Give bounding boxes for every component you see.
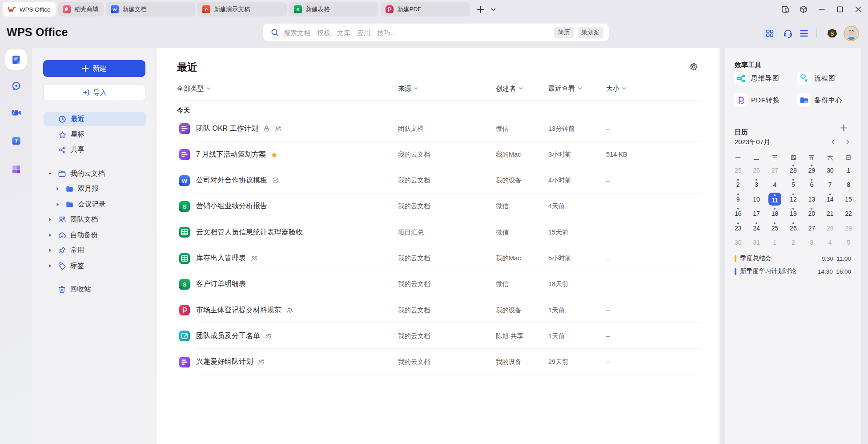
- calendar-day[interactable]: 27: [803, 221, 821, 236]
- caret-right-icon[interactable]: [48, 248, 52, 252]
- calendar-day[interactable]: 16: [729, 206, 747, 221]
- calendar-day[interactable]: 25: [729, 163, 747, 178]
- support-headset-icon[interactable]: [781, 26, 795, 40]
- type-filter-dropdown[interactable]: 全部类型: [177, 83, 211, 94]
- member-badge-icon[interactable]: S: [825, 26, 839, 40]
- file-row[interactable]: 团队成员及分工名单 我的云文档 陈旭 共享 1天前 –: [157, 323, 719, 349]
- calendar-day[interactable]: 1: [839, 163, 857, 178]
- calendar-day[interactable]: 26: [784, 221, 802, 236]
- tab-new-pdf[interactable]: 新建PDF: [381, 2, 470, 16]
- calendar-day[interactable]: 19: [784, 206, 802, 221]
- caret-right-icon[interactable]: [48, 233, 52, 237]
- tab-new-doc[interactable]: W 新建文档: [106, 2, 195, 16]
- calendar-day[interactable]: 13: [803, 192, 821, 207]
- sidebar-item-my-cloud-docs[interactable]: 我的云文档: [32, 166, 157, 181]
- sidebar-item-starred[interactable]: 星标: [44, 128, 146, 141]
- calendar-day[interactable]: 4: [821, 235, 839, 250]
- rail-item-meetings[interactable]: [5, 102, 27, 123]
- rail-item-apps[interactable]: [5, 159, 27, 179]
- calendar-day[interactable]: 29: [839, 221, 857, 236]
- calendar-day[interactable]: 28: [821, 221, 839, 236]
- calendar-day[interactable]: 8: [839, 178, 857, 192]
- file-row[interactable]: 团队 OKR 工作计划 团队文档 微信 13分钟前 –: [157, 116, 719, 141]
- add-event-button[interactable]: [840, 124, 848, 132]
- caret-right-icon[interactable]: [48, 218, 52, 222]
- search-bar[interactable]: 简历策划案: [263, 24, 609, 41]
- calendar-day[interactable]: 15: [839, 192, 857, 207]
- caret-right-icon[interactable]: [56, 187, 60, 191]
- calendar-day[interactable]: 20: [803, 206, 821, 221]
- calendar-day[interactable]: 26: [747, 163, 765, 178]
- calendar-day[interactable]: 30: [729, 235, 747, 250]
- user-avatar[interactable]: [843, 25, 859, 41]
- main-menu-icon[interactable]: [797, 26, 811, 40]
- new-tab-button[interactable]: [477, 6, 484, 13]
- calendar-event[interactable]: 季度总结会 9:30–11:00: [735, 254, 851, 263]
- file-row[interactable]: 库存出入管理表 我的云文档 我的Mac 5小时前 –: [157, 246, 719, 271]
- calendar-next-button[interactable]: [844, 139, 851, 145]
- minimize-button[interactable]: [817, 5, 826, 14]
- close-button[interactable]: [854, 5, 863, 14]
- calendar-day[interactable]: 5: [784, 178, 802, 192]
- caret-down-icon[interactable]: [48, 172, 52, 176]
- rail-item-documents[interactable]: [5, 49, 27, 70]
- calendar-day[interactable]: 4: [766, 178, 784, 192]
- tool-mindmap[interactable]: 思维导图: [734, 72, 780, 85]
- caret-right-icon[interactable]: [56, 202, 60, 206]
- calendar-day[interactable]: 6: [803, 178, 821, 192]
- calendar-day[interactable]: 21: [821, 206, 839, 221]
- tool-backup[interactable]: 备份中心: [797, 93, 843, 107]
- tab-list-chevron-icon[interactable]: [490, 7, 496, 12]
- source-column-header[interactable]: 来源: [398, 83, 418, 94]
- calendar-day[interactable]: 22: [839, 206, 857, 221]
- sidebar-item-bimonthly-report[interactable]: 双月报: [32, 182, 157, 196]
- calendar-day[interactable]: 2: [729, 178, 747, 192]
- calendar-day[interactable]: 3: [803, 235, 821, 250]
- sidebar-item-recycle-bin[interactable]: 回收站: [32, 282, 157, 296]
- calendar-day[interactable]: 27: [766, 163, 784, 178]
- file-row[interactable]: 7 月线下活动策划方案 我的云文档 我的Mac 3小时前 514 KB: [157, 141, 719, 167]
- sidebar-item-team-docs[interactable]: 团队文档: [32, 212, 157, 226]
- calendar-day[interactable]: 1: [766, 235, 784, 250]
- tab-wps-office[interactable]: WPS Office: [3, 2, 56, 16]
- file-row[interactable]: W 公司对外合作协议模板 我的云文档 我的设备 4小时前 –: [157, 168, 719, 194]
- calendar-day[interactable]: 7: [821, 178, 839, 192]
- file-row[interactable]: 云文档管人员信息统计表理器验收 项目汇总 微信 15天前 –: [157, 219, 719, 245]
- calendar-event[interactable]: 新季度学习计划讨论 14:30–16:00: [735, 267, 851, 276]
- calendar-day[interactable]: 10: [747, 192, 765, 207]
- search-tag[interactable]: 简历: [554, 27, 574, 38]
- settings-gear-icon[interactable]: [689, 62, 699, 72]
- sidebar-item-shared[interactable]: 共享: [44, 143, 146, 157]
- tab-new-sheet[interactable]: S 新建表格: [289, 2, 378, 16]
- sidebar-item-auto-backup[interactable]: 自动备份: [32, 228, 157, 242]
- sidebar-item-frequent[interactable]: 常用: [32, 243, 157, 257]
- calendar-prev-button[interactable]: [830, 139, 836, 145]
- file-row[interactable]: S 客户订单明细表 我的云文档 微信 18天前 –: [157, 271, 719, 297]
- size-column-header[interactable]: 大小: [606, 83, 627, 94]
- search-tag[interactable]: 策划案: [578, 27, 604, 38]
- calendar-day[interactable]: 29: [803, 163, 821, 178]
- calendar-day[interactable]: 14: [821, 192, 839, 207]
- app-launcher-button[interactable]: [763, 26, 777, 40]
- sidebar-item-meeting-notes[interactable]: 会议记录: [32, 197, 157, 211]
- switch-device-icon[interactable]: [781, 5, 790, 14]
- calendar-day[interactable]: 18: [766, 206, 784, 221]
- calendar-day[interactable]: 5: [839, 235, 857, 250]
- calendar-day[interactable]: 2: [784, 235, 802, 250]
- calendar-day[interactable]: 3: [747, 178, 765, 192]
- caret-right-icon[interactable]: [48, 264, 52, 268]
- import-button[interactable]: 导入: [43, 84, 145, 101]
- rail-item-calendar[interactable]: 7: [5, 130, 27, 151]
- tool-pdf-convert[interactable]: PDF转换: [734, 93, 780, 107]
- creator-column-header[interactable]: 创建者: [496, 83, 523, 94]
- file-row[interactable]: 市场主体登记提交材料规范 我的云文档 我的设备 1天前 –: [157, 297, 719, 323]
- search-input[interactable]: [279, 29, 554, 36]
- calendar-day[interactable]: 25: [766, 221, 784, 236]
- calendar-day[interactable]: 23: [729, 221, 747, 236]
- tab-new-slides[interactable]: P 新建演示文稿: [197, 2, 287, 16]
- calendar-day[interactable]: 24: [747, 221, 765, 236]
- package-cube-icon[interactable]: [799, 5, 808, 14]
- sidebar-item-recent[interactable]: 最近: [44, 112, 146, 126]
- calendar-day[interactable]: 30: [821, 163, 839, 178]
- calendar-day[interactable]: 9: [729, 192, 747, 207]
